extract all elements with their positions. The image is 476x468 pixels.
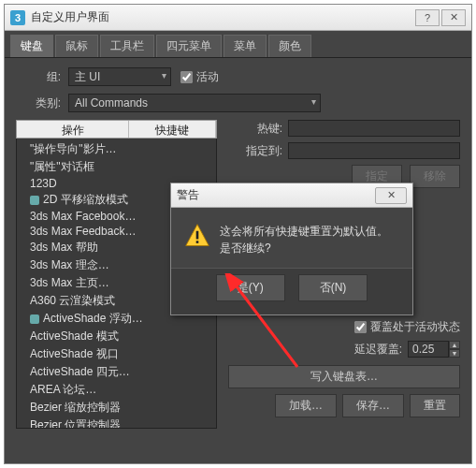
- item-icon: [30, 196, 39, 205]
- svg-rect-1: [196, 231, 199, 240]
- item-text: ActiveShade 视口: [30, 346, 119, 362]
- titlebar[interactable]: 3 自定义用户界面 ? ✕: [5, 5, 471, 31]
- dialog-no-button[interactable]: 否(N): [298, 274, 368, 301]
- list-item[interactable]: Bezier 缩放控制器: [17, 399, 216, 417]
- reset-button[interactable]: 重置: [410, 394, 460, 417]
- spin-up-icon[interactable]: ▲: [449, 341, 460, 349]
- active-checkbox[interactable]: 活动: [180, 69, 219, 85]
- category-value: All Commands: [75, 96, 148, 110]
- tab-3[interactable]: 四元菜单: [156, 35, 222, 57]
- dialog-titlebar[interactable]: 警告 ✕: [171, 183, 412, 208]
- active-checkbox-input[interactable]: [180, 71, 193, 83]
- assignedto-label: 指定到:: [228, 143, 282, 159]
- list-item[interactable]: AREA 论坛…: [17, 381, 216, 399]
- item-text: A360 云渲染模式: [30, 293, 115, 309]
- override-checkbox[interactable]: 覆盖处于活动状态: [228, 319, 460, 335]
- svg-rect-2: [196, 241, 199, 243]
- item-text: "操作导向"影片…: [30, 141, 117, 157]
- write-table-button[interactable]: 写入键盘表…: [228, 365, 460, 388]
- item-text: 3ds Max 帮助: [30, 240, 98, 256]
- assignedto-input[interactable]: [288, 142, 460, 159]
- item-text: Bezier 缩放控制器: [30, 400, 121, 416]
- item-text: 3ds Max Feedback…: [30, 225, 136, 238]
- list-header: 操作 快捷键: [16, 120, 217, 139]
- group-value: 主 UI: [75, 69, 100, 85]
- list-item[interactable]: "操作导向"影片…: [17, 140, 216, 158]
- col-shortcut[interactable]: 快捷键: [129, 121, 216, 138]
- item-text: 2D 平移缩放模式: [43, 192, 128, 208]
- override-checkbox-input[interactable]: [354, 321, 367, 333]
- item-text: ActiveShade 模式: [30, 329, 119, 344]
- active-checkbox-label: 活动: [196, 69, 219, 85]
- hotkey-label: 热键:: [228, 121, 282, 137]
- list-item[interactable]: "属性"对话框: [17, 158, 216, 176]
- remove-button[interactable]: 移除: [410, 165, 460, 188]
- delay-label: 延迟覆盖:: [354, 342, 402, 358]
- tab-0[interactable]: 键盘: [10, 35, 53, 57]
- tab-4[interactable]: 菜单: [224, 35, 267, 57]
- item-text: 123D: [30, 177, 57, 190]
- save-button[interactable]: 保存…: [342, 394, 404, 417]
- tab-2[interactable]: 工具栏: [100, 35, 154, 57]
- item-text: 3ds Max 理念…: [30, 257, 109, 273]
- category-label: 类别:: [16, 95, 61, 111]
- window-title: 自定义用户界面: [31, 9, 415, 25]
- item-text: ActiveShade 四元…: [30, 364, 130, 380]
- list-item[interactable]: ActiveShade 模式: [17, 328, 216, 345]
- group-combo[interactable]: 主 UI: [68, 67, 171, 86]
- item-text: 3ds Max Facebook…: [30, 210, 136, 223]
- dialog-close-button[interactable]: ✕: [375, 187, 407, 204]
- list-item[interactable]: ActiveShade 视口: [17, 345, 216, 363]
- item-text: AREA 论坛…: [30, 382, 96, 398]
- load-button[interactable]: 加载…: [275, 394, 337, 417]
- item-text: ActiveShade 浮动…: [43, 311, 143, 327]
- tab-1[interactable]: 鼠标: [55, 35, 98, 57]
- app-icon: 3: [10, 10, 25, 25]
- warning-dialog: 警告 ✕ 这会将所有快捷键重置为默认值。 是否继续? 是(Y) 否(N): [170, 183, 413, 315]
- spin-down-icon[interactable]: ▼: [449, 349, 460, 358]
- override-checkbox-label: 覆盖处于活动状态: [370, 319, 460, 335]
- help-button[interactable]: ?: [415, 9, 440, 26]
- tabs: 键盘鼠标工具栏四元菜单菜单颜色: [5, 31, 471, 58]
- dialog-msg1: 这会将所有快捷键重置为默认值。: [220, 223, 388, 240]
- hotkey-input[interactable]: [288, 120, 460, 137]
- dialog-yes-button[interactable]: 是(Y): [216, 274, 285, 301]
- close-button[interactable]: ✕: [441, 9, 466, 26]
- warning-icon: [184, 223, 210, 249]
- item-text: 3ds Max 主页…: [30, 275, 109, 291]
- item-icon: [30, 314, 39, 324]
- category-combo[interactable]: All Commands: [68, 94, 321, 112]
- delay-value[interactable]: 0.25: [408, 341, 449, 358]
- dialog-msg2: 是否继续?: [220, 240, 388, 256]
- group-label: 组:: [16, 69, 61, 85]
- item-text: "属性"对话框: [30, 159, 94, 175]
- delay-spinner[interactable]: 0.25 ▲ ▼: [408, 341, 460, 358]
- item-text: Bezier 位置控制器: [30, 417, 121, 429]
- dialog-title: 警告: [177, 187, 375, 203]
- tab-5[interactable]: 颜色: [268, 35, 311, 57]
- col-action[interactable]: 操作: [17, 121, 129, 138]
- list-item[interactable]: Bezier 位置控制器: [17, 417, 216, 429]
- list-item[interactable]: ActiveShade 四元…: [17, 363, 216, 381]
